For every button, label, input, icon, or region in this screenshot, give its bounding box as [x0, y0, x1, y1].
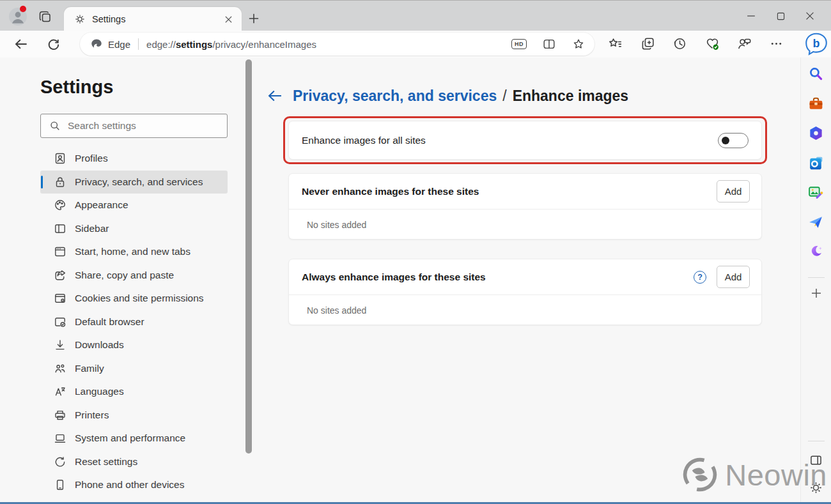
breadcrumb-parent-link[interactable]: Privacy, search, and services: [293, 88, 497, 105]
sidebar-item-share-copy-paste[interactable]: Share, copy and paste: [40, 264, 228, 287]
rail-item-search[interactable]: [807, 65, 825, 82]
sidebar-settings-gear-icon[interactable]: [809, 480, 823, 495]
sidebar-item-start-home-new-tabs[interactable]: Start, home, and new tabs: [40, 240, 228, 264]
rail-item-tools[interactable]: [807, 95, 825, 112]
hd-quality-icon[interactable]: HD: [511, 39, 527, 49]
sidebar-item-cookies-site-permissions[interactable]: Cookies and site permissions: [40, 287, 228, 310]
sidebar-item-label: Printers: [75, 409, 109, 421]
url-text: edge://settings/privacy/enhanceImages: [146, 39, 316, 50]
always-enhance-empty-text: No sites added: [289, 295, 761, 326]
toggle-row-label: Enhance images for all sites: [302, 135, 718, 146]
rail-divider: [808, 277, 825, 278]
sidebar-item-label: Reset settings: [75, 456, 137, 468]
rail-item-games[interactable]: [807, 243, 825, 261]
languages-icon: [54, 385, 66, 398]
search-settings-box[interactable]: [40, 114, 228, 138]
browser-window: Settings: [0, 0, 831, 504]
rail-icon-list: [801, 57, 831, 261]
back-button[interactable]: [13, 36, 29, 52]
workspaces-icon[interactable]: [37, 9, 52, 24]
url-divider: [138, 38, 139, 50]
tools-icon: [807, 95, 825, 112]
address-bar[interactable]: Edge edge://settings/privacy/enhanceImag…: [80, 33, 594, 56]
sidebar-item-label: Sidebar: [75, 223, 109, 234]
customize-sidebar-plus-icon[interactable]: [809, 286, 823, 300]
never-enhance-card: Never enhance images for these sites Add…: [288, 173, 762, 240]
sidebar-item-sidebar[interactable]: Sidebar: [40, 217, 228, 241]
sidebar-item-privacy-search-services[interactable]: Privacy, search, and services: [40, 171, 228, 194]
outlook-icon: [807, 155, 825, 172]
settings-gear-icon: [74, 13, 86, 25]
new-tab-button[interactable]: [247, 11, 261, 26]
breadcrumb-current: Enhance images: [513, 88, 629, 105]
sidebar-panel-icon: [54, 222, 66, 235]
sidebar-item-family[interactable]: Family: [40, 357, 228, 381]
printer-icon: [54, 409, 66, 422]
favorite-star-icon[interactable]: [571, 37, 586, 51]
never-enhance-title: Never enhance images for these sites: [302, 186, 717, 197]
settings-sidebar: Settings Profiles Privacy, search, and s…: [0, 57, 249, 502]
rail-item-outlook[interactable]: [807, 155, 825, 172]
sidebar-item-label: Family: [75, 363, 104, 374]
sidebar-item-languages[interactable]: Languages: [40, 380, 228, 404]
search-settings-input[interactable]: [66, 119, 227, 132]
sidebar-item-label: Downloads: [75, 339, 124, 351]
settings-page: Settings Profiles Privacy, search, and s…: [0, 57, 831, 502]
download-icon: [54, 339, 66, 351]
sidebar-toggle-icon[interactable]: [809, 454, 823, 467]
breadcrumb-separator: /: [502, 88, 506, 105]
profiles-icon: [54, 152, 66, 165]
site-permissions-icon: [54, 292, 66, 305]
new-tab-page-icon: [54, 245, 66, 258]
rail-bottom-divider: [808, 441, 825, 441]
lock-icon: [54, 176, 66, 188]
split-screen-icon[interactable]: [542, 37, 556, 51]
always-enhance-add-button[interactable]: Add: [717, 266, 750, 288]
bing-chat-icon[interactable]: b: [804, 31, 829, 57]
favorites-icon[interactable]: [607, 36, 623, 52]
sidebar-item-appearance[interactable]: Appearance: [40, 194, 228, 217]
edge-logo-icon: [90, 38, 103, 50]
default-browser-icon: [54, 316, 66, 328]
close-window-button[interactable]: [795, 3, 825, 29]
svg-text:b: b: [813, 37, 820, 50]
games-icon: [807, 243, 825, 261]
search-icon: [49, 120, 61, 132]
rail-item-microsoft-365[interactable]: [807, 125, 825, 142]
sidebar-item-downloads[interactable]: Downloads: [40, 333, 228, 357]
sidebar-item-reset-settings[interactable]: Reset settings: [40, 450, 228, 474]
rail-item-drop[interactable]: [807, 214, 825, 231]
feedback-icon[interactable]: [736, 36, 752, 52]
always-enhance-card: Always enhance images for these sites ? …: [288, 259, 762, 325]
sidebar-item-label: Profiles: [75, 153, 108, 164]
help-icon[interactable]: ?: [694, 271, 706, 284]
rail-item-designer[interactable]: [807, 184, 825, 201]
reset-icon: [54, 455, 66, 468]
browser-essentials-icon[interactable]: [704, 36, 720, 52]
edge-site-label: Edge: [108, 39, 130, 50]
sidebar-item-profiles[interactable]: Profiles: [40, 147, 228, 171]
page-title: Settings: [40, 77, 113, 98]
designer-icon: [807, 184, 825, 201]
settings-content: Privacy, search, and services / Enhance …: [249, 57, 800, 502]
always-enhance-title: Always enhance images for these sites: [302, 271, 694, 283]
never-enhance-add-button[interactable]: Add: [717, 180, 750, 202]
refresh-button[interactable]: [45, 36, 62, 52]
settings-and-more-icon[interactable]: [768, 36, 784, 52]
enhance-images-toggle[interactable]: [718, 133, 749, 148]
tab-close-icon[interactable]: [221, 12, 235, 26]
sidebar-item-default-browser[interactable]: Default browser: [40, 310, 228, 334]
minimize-button[interactable]: [736, 3, 766, 29]
sidebar-item-system-performance[interactable]: System and performance: [40, 427, 228, 450]
never-enhance-empty-text: No sites added: [289, 210, 761, 240]
sidebar-item-printers[interactable]: Printers: [40, 404, 228, 427]
tab-settings[interactable]: Settings: [64, 7, 242, 31]
history-icon[interactable]: [672, 36, 688, 52]
maximize-button[interactable]: [766, 3, 795, 29]
family-icon: [54, 362, 66, 375]
notification-dot: [20, 6, 26, 12]
sidebar-item-phone-other-devices[interactable]: Phone and other devices: [40, 473, 228, 497]
breadcrumb-back-icon[interactable]: [266, 87, 284, 105]
collections-icon[interactable]: [640, 36, 656, 52]
search-icon: [807, 65, 825, 82]
